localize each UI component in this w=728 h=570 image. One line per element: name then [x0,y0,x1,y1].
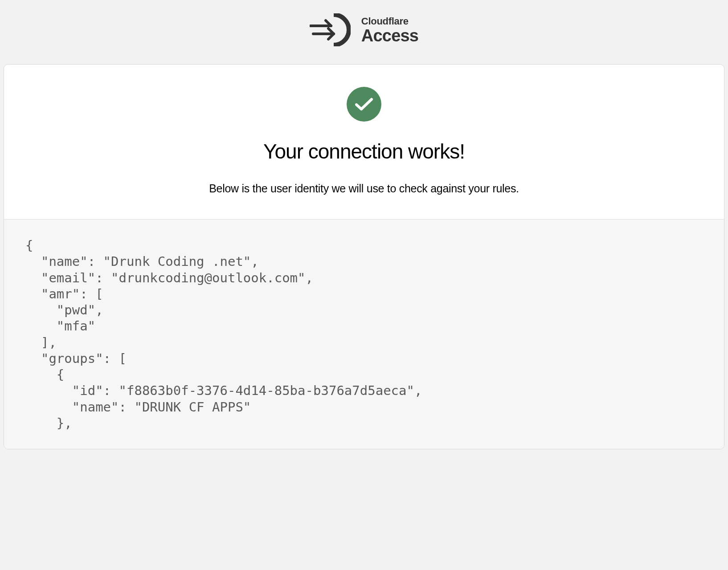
page-title: Your connection works! [22,139,706,163]
success-check-icon [347,87,381,122]
brand-text: Cloudflare Access [361,16,418,44]
status-card: Your connection works! Below is the user… [4,64,724,449]
brand-line1: Cloudflare [361,16,418,27]
brand-line2: Access [361,27,418,44]
identity-json-block: { "name": "Drunk Coding .net", "email": … [4,219,724,449]
page-subtitle: Below is the user identity we will use t… [22,182,706,195]
header: Cloudflare Access [0,0,728,64]
card-header: Your connection works! Below is the user… [4,65,724,219]
cloudflare-access-logo-icon [310,13,351,46]
